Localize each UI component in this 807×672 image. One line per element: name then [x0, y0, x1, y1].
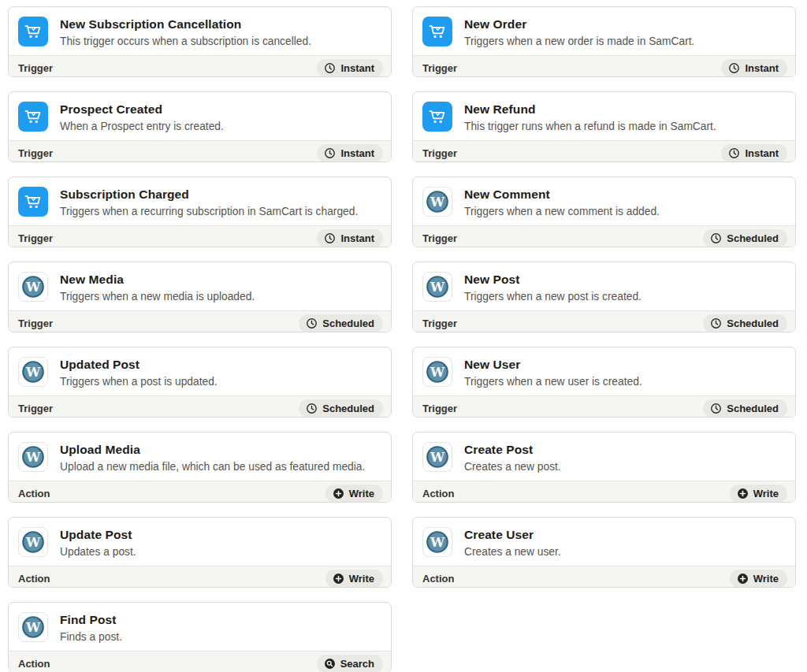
card-update-post[interactable]: Update Post Updates a post. Action Write: [8, 517, 392, 588]
card-footer: Trigger Scheduled: [413, 395, 795, 418]
card-text: Upload Media Upload a new media file, wh…: [60, 440, 365, 474]
card-description: Creates a new post.: [464, 460, 561, 474]
badge-label: Write: [753, 488, 779, 499]
card-create-post[interactable]: Create Post Creates a new post. Action W…: [412, 432, 796, 503]
instant-badge: Instant: [317, 59, 383, 77]
card-description: Finds a post.: [60, 630, 122, 644]
kind-label: Trigger: [18, 403, 53, 414]
card-body: Create Post Creates a new post.: [413, 433, 795, 481]
clock-icon: [306, 403, 318, 414]
badge-label: Instant: [340, 62, 374, 74]
card-title: New Post: [464, 273, 642, 287]
clock-icon: [324, 62, 336, 74]
card-footer: Action Write: [9, 566, 391, 588]
kind-label: Trigger: [422, 317, 457, 329]
card-description: When a Prospect entry is created.: [60, 120, 224, 134]
badge-label: Instant: [745, 147, 779, 159]
search-circle-icon: [324, 658, 336, 670]
kind-label: Action: [18, 573, 50, 585]
scheduled-badge: Scheduled: [703, 399, 787, 418]
badge-label: Search: [340, 658, 374, 670]
card-footer: Trigger Instant: [9, 225, 391, 247]
card-footer: Trigger Instant: [413, 140, 795, 162]
badge-label: Instant: [745, 62, 779, 74]
clock-icon: [710, 317, 722, 329]
scheduled-badge: Scheduled: [703, 229, 787, 247]
card-new-media[interactable]: New Media Triggers when a new media is u…: [8, 262, 392, 332]
badge-label: Write: [349, 488, 374, 499]
card-body: New Order Triggers when a new order is m…: [413, 7, 795, 55]
kind-label: Action: [18, 488, 50, 499]
card-new-refund[interactable]: New Refund This trigger runs when a refu…: [412, 91, 796, 162]
clock-icon: [710, 232, 722, 244]
card-title: Subscription Charged: [60, 187, 358, 202]
badge-label: Instant: [340, 232, 374, 244]
scheduled-badge: Scheduled: [703, 314, 787, 332]
card-text: Create Post Creates a new post.: [464, 440, 561, 474]
card-description: Triggers when a new post is created.: [464, 290, 642, 304]
write-badge: Write: [730, 570, 787, 588]
clock-icon: [710, 403, 722, 414]
card-body: New Refund This trigger runs when a refu…: [413, 92, 795, 140]
card-title: New Refund: [464, 102, 716, 117]
card-footer: Trigger Scheduled: [9, 310, 391, 332]
card-description: This trigger runs when a refund is made …: [464, 120, 716, 134]
card-footer: Trigger Instant: [9, 140, 391, 162]
samcart-cart-icon: [18, 187, 48, 217]
card-footer: Trigger Scheduled: [413, 310, 795, 332]
card-body: New Subscription Cancellation This trigg…: [9, 7, 391, 55]
card-description: Updates a post.: [60, 545, 136, 559]
card-description: Triggers when a new media is uploaded.: [60, 290, 255, 304]
card-body: New User Triggers when a new user is cre…: [413, 347, 795, 395]
card-description: Triggers when a post is updated.: [60, 375, 218, 389]
card-prospect-created[interactable]: Prospect Created When a Prospect entry i…: [8, 91, 392, 162]
card-title: Create User: [464, 528, 561, 542]
scheduled-badge: Scheduled: [299, 314, 383, 332]
scheduled-badge: Scheduled: [299, 399, 383, 418]
badge-label: Scheduled: [727, 232, 779, 244]
card-find-post[interactable]: Find Post Finds a post. Action Search: [8, 602, 392, 672]
card-text: New Comment Triggers when a new comment …: [464, 185, 660, 219]
badge-label: Scheduled: [727, 403, 779, 414]
card-text: New Post Triggers when a new post is cre…: [464, 270, 642, 304]
card-footer: Action Write: [413, 566, 795, 588]
card-text: Update Post Updates a post.: [60, 525, 136, 559]
plus-circle-icon: [333, 573, 344, 585]
card-upload-media[interactable]: Upload Media Upload a new media file, wh…: [8, 432, 392, 503]
write-badge: Write: [325, 485, 383, 503]
left-column: New Subscription Cancellation This trigg…: [8, 6, 392, 672]
card-text: Create User Creates a new user.: [464, 525, 561, 559]
write-badge: Write: [325, 570, 383, 588]
card-description: This trigger occurs when a subscription …: [60, 35, 311, 49]
card-new-post[interactable]: New Post Triggers when a new post is cre…: [412, 262, 796, 332]
instant-badge: Instant: [317, 229, 383, 247]
clock-icon: [324, 147, 336, 159]
card-create-user[interactable]: Create User Creates a new user. Action W…: [412, 517, 796, 588]
wordpress-logo-icon: [422, 357, 452, 387]
card-new-comment[interactable]: New Comment Triggers when a new comment …: [412, 176, 796, 247]
badge-label: Scheduled: [727, 317, 779, 329]
badge-label: Instant: [340, 147, 374, 159]
card-text: New User Triggers when a new user is cre…: [464, 355, 642, 389]
wordpress-logo-icon: [422, 187, 452, 217]
clock-icon: [728, 147, 740, 159]
card-text: Find Post Finds a post.: [60, 611, 122, 644]
samcart-cart-icon: [422, 17, 452, 46]
kind-label: Trigger: [18, 147, 53, 159]
kind-label: Trigger: [422, 232, 457, 244]
plus-circle-icon: [333, 488, 344, 499]
wordpress-logo-icon: [422, 442, 452, 472]
card-subscription-charged[interactable]: Subscription Charged Triggers when a rec…: [8, 176, 392, 247]
samcart-cart-icon: [18, 17, 48, 46]
card-updated-post[interactable]: Updated Post Triggers when a post is upd…: [8, 347, 392, 418]
search-badge: Search: [317, 655, 383, 672]
kind-label: Action: [18, 658, 50, 670]
card-description: Upload a new media file, which can be us…: [60, 460, 365, 474]
card-footer: Trigger Instant: [413, 55, 795, 77]
kind-label: Trigger: [422, 147, 457, 159]
card-description: Triggers when a recurring subscription i…: [60, 205, 358, 219]
card-new-order[interactable]: New Order Triggers when a new order is m…: [412, 6, 796, 77]
card-new-subscription-cancellation[interactable]: New Subscription Cancellation This trigg…: [8, 6, 392, 77]
integration-card-grid: New Subscription Cancellation This trigg…: [0, 0, 807, 672]
card-new-user[interactable]: New User Triggers when a new user is cre…: [412, 347, 796, 418]
